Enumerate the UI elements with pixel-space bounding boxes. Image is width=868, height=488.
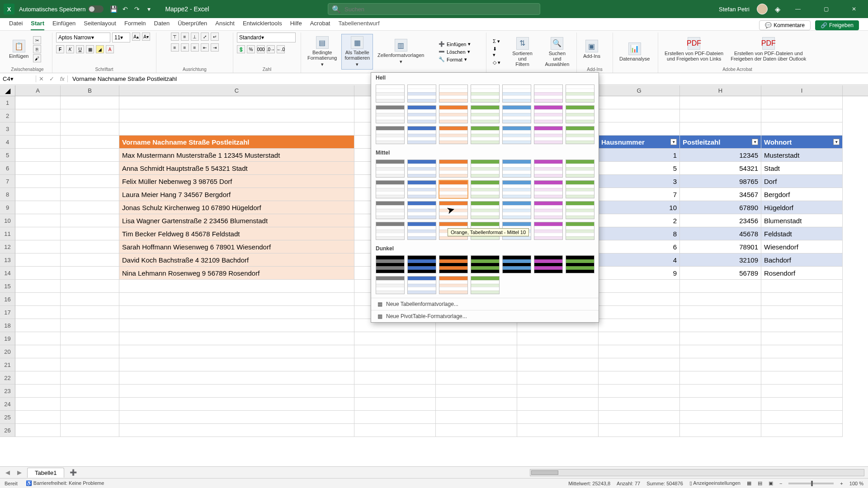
cell[interactable]: Vorname Nachname Straße Postleitzahl	[119, 136, 354, 149]
cell[interactable]	[599, 293, 680, 306]
select-all-corner[interactable]: ◢	[0, 85, 15, 96]
table-style-swatch[interactable]	[407, 126, 436, 144]
cell[interactable]	[61, 345, 119, 358]
cell[interactable]: 1	[599, 149, 680, 162]
decrease-font-icon[interactable]: A▾	[142, 33, 150, 41]
menu-tab-ansicht[interactable]: Ansicht	[215, 18, 235, 30]
new-pivot-style[interactable]: ▦ Neue PivotTable-Formatvorlage...	[371, 310, 599, 322]
row-header[interactable]: 21	[0, 358, 15, 371]
comma-icon[interactable]: 000	[257, 45, 265, 53]
clear-icon[interactable]: ◇ ▾	[490, 59, 503, 66]
wrap-text-icon[interactable]: ↵	[211, 33, 219, 41]
cell[interactable]	[61, 201, 119, 214]
table-style-swatch[interactable]	[502, 105, 531, 123]
table-style-swatch[interactable]	[471, 255, 500, 273]
data-analysis-button[interactable]: 📊Datenanalyse	[617, 41, 652, 63]
cell[interactable]	[680, 424, 761, 437]
avatar[interactable]	[757, 4, 768, 14]
horizontal-scrollbar[interactable]	[530, 469, 864, 476]
table-style-swatch[interactable]	[407, 276, 436, 294]
column-header-A[interactable]: A	[15, 85, 61, 96]
search-box[interactable]: 🔍	[328, 3, 540, 15]
table-style-swatch[interactable]	[471, 84, 500, 103]
menu-tab-hilfe[interactable]: Hilfe	[290, 18, 302, 30]
cell[interactable]: Musterstadt	[761, 149, 843, 162]
zoom-out-icon[interactable]: −	[779, 481, 782, 486]
cell[interactable]	[599, 280, 680, 293]
italic-button[interactable]: K	[66, 45, 74, 53]
cell[interactable]	[119, 293, 354, 306]
table-style-swatch[interactable]	[439, 126, 468, 144]
font-name-select[interactable]: Aptos Narrow ▾	[56, 33, 110, 42]
cell-styles-button[interactable]: ▥Zellenformatvorlagen▾	[375, 37, 427, 66]
row-header[interactable]: 3	[0, 122, 15, 136]
cell[interactable]: Hausnummer▾	[599, 136, 680, 149]
cell[interactable]	[119, 424, 354, 437]
align-bottom-icon[interactable]: ⊥	[191, 33, 199, 41]
filter-dropdown-icon[interactable]: ▾	[670, 139, 677, 145]
cell[interactable]	[119, 306, 354, 319]
pdf-share-link-button[interactable]: PDFErstellen von PDF-Dateien und Freigeb…	[662, 35, 726, 63]
table-style-swatch[interactable]	[471, 105, 500, 123]
cell[interactable]	[761, 306, 843, 319]
cell[interactable]	[436, 385, 517, 398]
cell[interactable]: Jonas Schulz Kirchenweg 10 67890 Hügeldo…	[119, 201, 354, 214]
menu-tab-daten[interactable]: Daten	[154, 18, 170, 30]
row-header[interactable]: 26	[0, 424, 15, 437]
table-style-swatch[interactable]	[566, 255, 594, 273]
cell[interactable]: 5	[599, 162, 680, 175]
filter-dropdown-icon[interactable]: ▾	[752, 139, 758, 145]
cell[interactable]	[517, 424, 599, 437]
menu-tab-überprüfen[interactable]: Überprüfen	[178, 18, 207, 30]
row-header[interactable]: 12	[0, 240, 15, 253]
table-style-swatch[interactable]	[566, 222, 594, 240]
cell[interactable]	[119, 345, 354, 358]
table-style-swatch[interactable]	[407, 255, 436, 273]
cell[interactable]	[436, 345, 517, 358]
cell[interactable]: 10	[599, 201, 680, 214]
cell[interactable]	[599, 332, 680, 345]
cell[interactable]	[61, 136, 119, 149]
minimize-button[interactable]: —	[788, 0, 808, 18]
table-style-swatch[interactable]	[534, 255, 563, 273]
menu-tab-einfügen[interactable]: Einfügen	[52, 18, 75, 30]
qat-dropdown-icon[interactable]: ▾	[145, 5, 152, 13]
zoom-slider[interactable]	[788, 483, 834, 484]
sheet-tab-1[interactable]: Tabelle1	[27, 468, 64, 478]
table-style-swatch[interactable]	[439, 180, 468, 198]
row-header[interactable]: 22	[0, 371, 15, 385]
cell[interactable]	[761, 332, 843, 345]
table-style-swatch[interactable]	[439, 84, 468, 103]
cell[interactable]	[15, 109, 61, 122]
cell[interactable]: Wiesendorf	[761, 240, 843, 253]
row-header[interactable]: 7	[0, 175, 15, 188]
cell[interactable]	[680, 398, 761, 411]
cell[interactable]	[354, 411, 436, 424]
cell[interactable]	[15, 96, 61, 109]
cell[interactable]	[15, 306, 61, 319]
currency-icon[interactable]: 💲	[237, 45, 245, 53]
cell[interactable]	[15, 319, 61, 332]
table-style-swatch[interactable]	[471, 126, 500, 144]
cell[interactable]	[599, 398, 680, 411]
column-header-H[interactable]: H	[680, 85, 761, 96]
cell[interactable]	[119, 280, 354, 293]
cell[interactable]: 6	[599, 240, 680, 253]
cell[interactable]	[354, 345, 436, 358]
decrease-indent-icon[interactable]: ⇤	[201, 43, 209, 52]
table-style-swatch[interactable]	[566, 126, 594, 144]
cell[interactable]	[61, 371, 119, 385]
cell[interactable]: Sarah Hoffmann Wiesenweg 6 78901 Wiesend…	[119, 240, 354, 253]
row-header[interactable]: 20	[0, 345, 15, 358]
cell[interactable]	[61, 149, 119, 162]
cell[interactable]	[15, 398, 61, 411]
menu-tab-start[interactable]: Start	[31, 18, 44, 30]
cell[interactable]: Lisa Wagner Gartenstraße 2 23456 Blumens…	[119, 214, 354, 227]
table-style-swatch[interactable]	[502, 180, 531, 198]
percent-icon[interactable]: %	[247, 45, 255, 53]
increase-font-icon[interactable]: A▴	[132, 33, 140, 41]
cell[interactable]	[119, 371, 354, 385]
cell[interactable]: Bachdorf	[761, 253, 843, 267]
cell[interactable]	[761, 385, 843, 398]
cell[interactable]	[354, 332, 436, 345]
